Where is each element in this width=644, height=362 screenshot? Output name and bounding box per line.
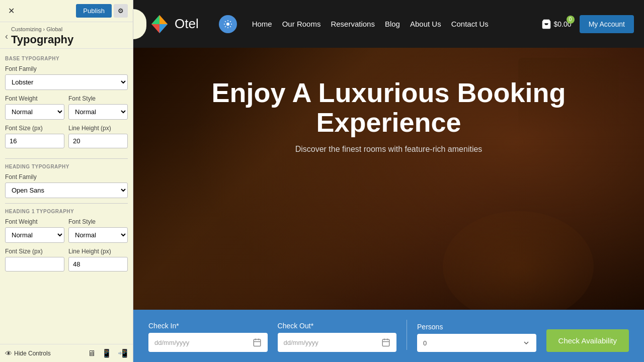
- hero-title: Enjoy A Luxurious Booking Experience: [163, 78, 615, 138]
- checkout-placeholder: dd/mm/yyyy: [284, 339, 318, 346]
- base-font-family-label: Font Family: [5, 65, 128, 72]
- publish-button[interactable]: Publish: [76, 4, 112, 18]
- heading-font-family-label: Font Family: [5, 173, 128, 180]
- tablet-icon-button[interactable]: 📱: [102, 348, 112, 358]
- customize-icon: [223, 20, 232, 29]
- base-line-height-field: Line Height (px): [68, 125, 128, 148]
- nav-logo: Otel: [148, 13, 199, 35]
- heading1-weight-style-row: Font Weight Normal Bold Font Style Norma…: [5, 218, 128, 248]
- calendar-icon-checkout: [381, 338, 390, 347]
- chevron-down-icon: [522, 339, 530, 347]
- persons-value: 0: [423, 339, 427, 347]
- nav-home[interactable]: Home: [252, 20, 272, 28]
- checkin-label: Check In*: [148, 322, 268, 330]
- nav-about-us[interactable]: About Us: [410, 20, 441, 28]
- svg-marker-2: [151, 15, 159, 24]
- checkin-input-wrap[interactable]: dd/mm/yyyy: [148, 333, 268, 352]
- panel-body: BASE TYPOGRAPHY Font Family Lobster Open…: [0, 49, 133, 344]
- svg-rect-5: [254, 339, 261, 346]
- cart-icon: [541, 19, 552, 30]
- deco-1: [443, 211, 594, 322]
- left-panel: ✕ Publish ⚙ ‹ Customizing › Global Typog…: [0, 0, 133, 362]
- navbar: Otel Home Our Rooms Reservations Blog Ab…: [133, 0, 644, 48]
- booking-divider: [407, 320, 407, 350]
- back-button[interactable]: ‹: [5, 31, 8, 42]
- heading1-font-style-select[interactable]: Normal Italic: [68, 227, 128, 243]
- heading1-font-weight-select[interactable]: Normal Bold: [5, 227, 64, 243]
- divider-2: [5, 203, 128, 204]
- divider-1: [5, 158, 128, 159]
- heading1-font-size-input[interactable]: [5, 257, 64, 272]
- hero-subtitle: Discover the finest rooms with feature-r…: [295, 145, 482, 154]
- desktop-icon-button[interactable]: 🖥: [88, 348, 96, 358]
- heading-typography-label: HEADING TYPOGRAPHY: [5, 164, 128, 169]
- cart-area[interactable]: 0 $0.00: [541, 19, 572, 30]
- settings-button[interactable]: ⚙: [114, 4, 128, 18]
- base-size-height-row: Font Size (px) Line Height (px): [5, 125, 128, 153]
- mobile-icon-button[interactable]: 📲: [118, 348, 128, 358]
- checkin-placeholder: dd/mm/yyyy: [154, 339, 189, 346]
- footer-icons: 🖥 📱 📲: [88, 348, 128, 358]
- cart-badge: 0: [567, 16, 575, 24]
- nav-reservations[interactable]: Reservations: [331, 20, 375, 28]
- heading1-font-style-field: Font Style Normal Italic: [68, 218, 128, 243]
- base-font-weight-field: Font Weight Normal Bold Light: [5, 95, 64, 120]
- base-font-style-label: Font Style: [68, 95, 128, 102]
- breadcrumb: Customizing › Global: [11, 26, 73, 32]
- hero-section: Enjoy A Luxurious Booking Experience Dis…: [133, 48, 644, 362]
- heading1-line-height-field: Line Height (px): [68, 248, 128, 272]
- base-line-height-input[interactable]: [68, 134, 128, 148]
- base-font-family-field: Font Family Lobster Open Sans Roboto: [5, 65, 128, 90]
- checkout-label: Check Out*: [278, 322, 397, 330]
- checkout-field: Check Out* dd/mm/yyyy: [278, 322, 397, 352]
- base-weight-style-row: Font Weight Normal Bold Light Font Style…: [5, 95, 128, 125]
- nav-blog[interactable]: Blog: [385, 20, 400, 28]
- svg-rect-9: [382, 339, 389, 346]
- nav-contact-us[interactable]: Contact Us: [451, 20, 489, 28]
- panel-overlap: [133, 9, 146, 39]
- close-button[interactable]: ✕: [5, 5, 18, 17]
- heading1-font-weight-field: Font Weight Normal Bold: [5, 218, 64, 243]
- checkin-field: Check In* dd/mm/yyyy: [148, 322, 268, 352]
- svg-marker-1: [159, 15, 168, 24]
- logo-icon: [148, 13, 171, 35]
- persons-label: Persons: [417, 323, 536, 331]
- heading1-typography-label: HEADING 1 TYPOGRAPHY: [5, 209, 128, 214]
- heading1-size-height-row: Font Size (px) Line Height (px): [5, 248, 128, 277]
- eye-icon: 👁: [5, 349, 12, 357]
- logo-text: Otel: [175, 16, 199, 32]
- base-font-family-select[interactable]: Lobster Open Sans Roboto: [5, 74, 128, 90]
- heading1-font-size-label: Font Size (px): [5, 248, 64, 255]
- svg-marker-3: [159, 24, 168, 33]
- panel-header-left: ✕: [5, 5, 18, 17]
- heading1-font-style-label: Font Style: [68, 218, 128, 225]
- base-font-style-select[interactable]: Normal Italic: [68, 104, 128, 120]
- heading1-font-size-field: Font Size (px): [5, 248, 64, 272]
- heading-font-family-select[interactable]: Open Sans Lobster Roboto: [5, 183, 128, 198]
- hero-content: Enjoy A Luxurious Booking Experience Dis…: [133, 48, 644, 169]
- customize-button[interactable]: [219, 15, 237, 33]
- breadcrumb-area: ‹ Customizing › Global Typography: [0, 22, 133, 49]
- checkout-input-wrap[interactable]: dd/mm/yyyy: [278, 333, 397, 352]
- base-font-size-input[interactable]: [5, 134, 64, 148]
- svg-point-4: [226, 23, 229, 26]
- page-title: Typography: [11, 33, 73, 46]
- hide-controls-label: Hide Controls: [14, 350, 51, 357]
- persons-select-wrap[interactable]: 0: [417, 334, 536, 352]
- hide-controls-button[interactable]: 👁 Hide Controls: [5, 349, 51, 357]
- my-account-button[interactable]: My Account: [580, 15, 634, 33]
- panel-footer: 👁 Hide Controls 🖥 📱 📲: [0, 344, 133, 362]
- heading-font-family-field: Font Family Open Sans Lobster Roboto: [5, 173, 128, 198]
- heading1-line-height-input[interactable]: [68, 257, 128, 272]
- nav-links: Home Our Rooms Reservations Blog About U…: [252, 20, 541, 28]
- base-font-size-label: Font Size (px): [5, 125, 64, 132]
- nav-right: 0 $0.00 My Account: [541, 15, 634, 33]
- booking-bar: Check In* dd/mm/yyyy Check Out* dd/mm/yy…: [133, 310, 644, 362]
- breadcrumb-area-content: Customizing › Global Typography: [11, 26, 73, 46]
- check-availability-button[interactable]: Check Availability: [546, 329, 629, 352]
- base-font-weight-select[interactable]: Normal Bold Light: [5, 104, 64, 120]
- base-typography-label: BASE TYPOGRAPHY: [5, 56, 128, 61]
- nav-our-rooms[interactable]: Our Rooms: [282, 20, 321, 28]
- persons-field: Persons 0: [417, 323, 536, 352]
- heading1-font-weight-label: Font Weight: [5, 218, 64, 225]
